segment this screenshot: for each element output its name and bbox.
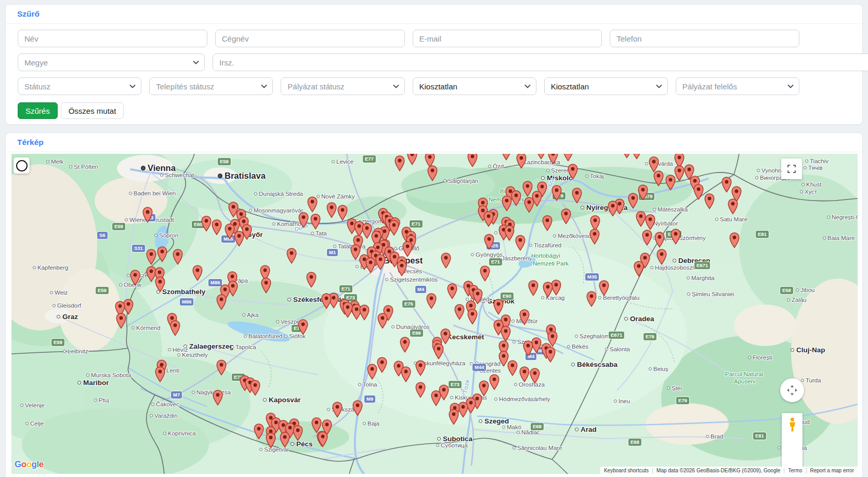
terms-link[interactable]: Terms <box>784 468 806 473</box>
pegman-control[interactable] <box>782 413 803 474</box>
map-marker[interactable] <box>524 197 534 213</box>
map-marker[interactable] <box>225 223 235 240</box>
map-marker[interactable] <box>157 246 167 262</box>
map-marker[interactable] <box>670 229 681 245</box>
map-marker[interactable] <box>480 266 490 282</box>
map-marker[interactable] <box>634 261 644 277</box>
map-marker[interactable] <box>561 208 571 224</box>
map-marker[interactable] <box>504 225 515 241</box>
map-marker[interactable] <box>536 154 546 160</box>
filter-button[interactable]: Szűrés <box>18 102 58 119</box>
map-marker[interactable] <box>645 214 655 230</box>
map-marker[interactable] <box>234 231 244 247</box>
map-marker[interactable] <box>377 357 387 373</box>
map-marker[interactable] <box>321 293 332 309</box>
company-input[interactable] <box>215 30 405 47</box>
map-marker[interactable] <box>337 205 348 221</box>
map-marker[interactable] <box>572 188 582 204</box>
map-marker[interactable] <box>493 299 504 315</box>
map-marker[interactable] <box>326 202 337 218</box>
map-marker[interactable] <box>375 254 386 270</box>
map-marker[interactable] <box>307 196 318 213</box>
map-marker[interactable] <box>116 313 126 329</box>
map-marker[interactable] <box>638 184 648 201</box>
map-marker[interactable] <box>511 190 521 206</box>
fullscreen-button[interactable] <box>781 158 802 179</box>
map-marker[interactable] <box>192 265 203 281</box>
tender-owner-select[interactable]: Pályázat felelős <box>676 77 799 95</box>
map-marker[interactable] <box>483 211 494 227</box>
map-marker[interactable] <box>622 154 632 158</box>
report-error-link[interactable]: Report a map error <box>806 468 858 473</box>
map-marker[interactable] <box>515 235 525 251</box>
map-marker[interactable] <box>545 347 556 363</box>
keyboard-shortcuts-link[interactable]: Keyboard shortcuts <box>600 468 652 473</box>
map-marker[interactable] <box>653 170 664 187</box>
map-marker[interactable] <box>212 219 222 235</box>
map-marker[interactable] <box>332 402 343 418</box>
map-marker[interactable] <box>530 368 540 384</box>
map-marker[interactable] <box>501 326 511 342</box>
map-marker[interactable] <box>400 337 410 353</box>
tender-status-select[interactable]: Pályázat státusz <box>281 77 404 95</box>
email-input[interactable] <box>413 30 602 47</box>
map-marker[interactable] <box>519 366 530 382</box>
map-marker[interactable] <box>201 216 212 232</box>
map-marker[interactable] <box>502 195 512 211</box>
google-logo[interactable]: Google <box>15 459 44 470</box>
map-marker[interactable] <box>507 360 518 376</box>
map-marker[interactable] <box>155 366 165 382</box>
map-marker[interactable] <box>286 248 297 264</box>
map-marker[interactable] <box>636 211 646 227</box>
map-marker[interactable] <box>642 230 652 246</box>
google-map[interactable]: ViennaBratislavaBudapestGrazMariborMisko… <box>11 154 858 474</box>
map-marker[interactable] <box>519 309 530 325</box>
map-marker[interactable] <box>454 304 465 320</box>
map-marker[interactable] <box>389 220 399 236</box>
map-marker[interactable] <box>394 155 405 171</box>
map-marker[interactable] <box>426 293 437 309</box>
map-marker[interactable] <box>365 257 376 273</box>
map-marker[interactable] <box>170 320 180 336</box>
map-marker[interactable] <box>216 360 227 376</box>
map-marker[interactable] <box>516 154 527 169</box>
map-marker[interactable] <box>656 249 667 265</box>
county-select[interactable]: Megye <box>18 54 205 71</box>
map-marker[interactable] <box>543 282 553 298</box>
map-marker[interactable] <box>433 343 444 360</box>
map-marker[interactable] <box>568 164 578 180</box>
map-marker[interactable] <box>254 423 264 440</box>
map-marker[interactable] <box>298 319 308 335</box>
map-marker[interactable] <box>599 280 609 296</box>
map-marker[interactable] <box>250 380 260 396</box>
map-marker[interactable] <box>173 249 183 265</box>
map-marker[interactable] <box>522 181 533 197</box>
map-marker[interactable] <box>359 304 370 321</box>
pan-control[interactable] <box>780 378 804 402</box>
map-marker[interactable] <box>548 154 558 165</box>
map-marker[interactable] <box>427 165 438 181</box>
map-marker[interactable] <box>542 215 553 231</box>
map-marker[interactable] <box>142 207 153 223</box>
map-marker[interactable] <box>693 184 704 200</box>
map-marker[interactable] <box>352 400 363 416</box>
map-marker[interactable] <box>484 234 494 250</box>
map-marker[interactable] <box>298 212 309 228</box>
map-marker[interactable] <box>721 177 732 193</box>
map-marker[interactable] <box>415 382 426 398</box>
map-marker[interactable] <box>402 241 413 257</box>
name-input[interactable] <box>18 30 207 47</box>
map-marker[interactable] <box>674 165 685 181</box>
map-marker[interactable] <box>415 360 426 376</box>
status-select[interactable]: Státusz <box>18 77 141 95</box>
map-marker[interactable] <box>213 390 223 406</box>
map-marker[interactable] <box>362 223 372 239</box>
unassigned-select-2[interactable]: Kiosztatlan <box>544 77 668 95</box>
map-marker[interactable] <box>293 425 303 441</box>
map-marker[interactable] <box>310 214 321 230</box>
map-marker[interactable] <box>586 291 597 307</box>
map-marker[interactable] <box>665 175 676 191</box>
map-marker[interactable] <box>441 253 451 269</box>
install-status-select[interactable]: Telepítés státusz <box>149 77 273 95</box>
map-marker[interactable] <box>523 340 533 356</box>
